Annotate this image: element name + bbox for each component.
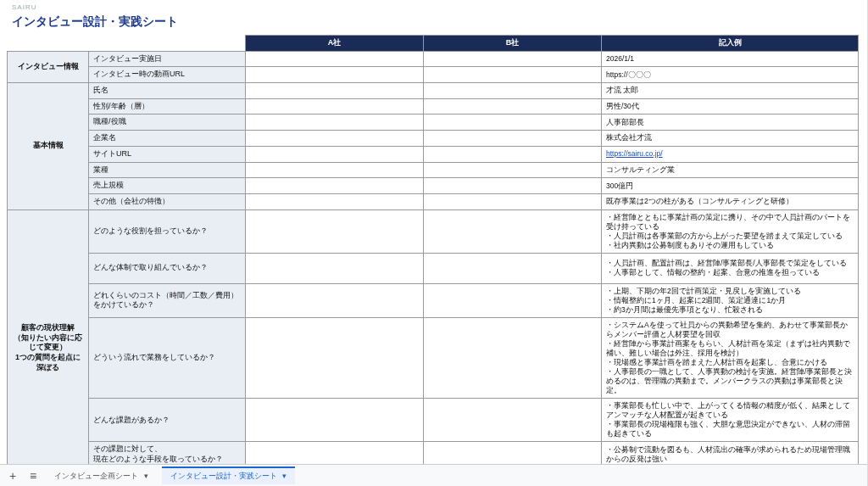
company-a-cell[interactable]	[246, 51, 424, 67]
col-header-b: B社	[424, 36, 602, 52]
example-cell[interactable]: 2026/1/1	[602, 51, 859, 67]
table-row: どういう流れで業務をしているか？システムAを使って社員からの異動希望を集約、あわ…	[8, 317, 859, 398]
table-row: 企業名株式会社才流	[8, 131, 859, 147]
table-row: 基本情報氏名才流 太郎	[8, 83, 859, 99]
company-b-cell[interactable]	[424, 209, 602, 253]
example-cell[interactable]: 男性/30代	[602, 98, 859, 115]
company-a-cell[interactable]	[246, 283, 424, 317]
tab-design[interactable]: インタビュー設計・実践シート ▾	[162, 466, 296, 484]
company-b-cell[interactable]	[424, 399, 602, 442]
example-cell[interactable]: https://sairu.co.jp/	[602, 146, 859, 162]
company-a-cell[interactable]	[246, 253, 424, 283]
example-cell[interactable]: 上期、下期の年2回で計画策定・見戻しを実施している情報整約に1ヶ月、起案に2週間…	[602, 283, 859, 317]
company-b-cell[interactable]	[424, 98, 602, 115]
company-b-cell[interactable]	[424, 83, 602, 99]
company-a-cell[interactable]	[246, 209, 424, 253]
table-row: どんな体制で取り組んでいるか？人員計画、配置計画は、経営陣/事業部長/人事部長で…	[8, 253, 859, 283]
question-cell[interactable]: 性別/年齢（層）	[89, 98, 246, 115]
company-b-cell[interactable]	[424, 131, 602, 147]
table-row: 性別/年齢（層）男性/30代	[8, 98, 859, 115]
company-b-cell[interactable]	[424, 146, 602, 162]
all-sheets-button[interactable]: ≡	[25, 468, 41, 483]
company-b-cell[interactable]	[424, 193, 602, 209]
example-cell[interactable]: 才流 太郎	[602, 83, 859, 99]
company-a-cell[interactable]	[246, 442, 424, 464]
question-cell[interactable]: サイトURL	[89, 146, 246, 162]
example-cell[interactable]: 既存事業は2つの柱がある（コンサルティングと研修）	[602, 193, 859, 209]
company-a-cell[interactable]	[246, 178, 424, 194]
company-a-cell[interactable]	[246, 83, 424, 99]
example-cell[interactable]: 株式会社才流	[602, 131, 859, 147]
table-row: インタビュー時の動画URLhttps://〇〇〇	[8, 67, 859, 83]
col-header-a: A社	[246, 36, 424, 52]
table-row: 職種/役職人事部部長	[8, 115, 859, 131]
company-b-cell[interactable]	[424, 115, 602, 131]
table-row: 業種コンサルティング業	[8, 162, 859, 178]
question-cell[interactable]: どんな体制で取り組んでいるか？	[89, 253, 246, 283]
table-row: その課題に対して、現在どのような手段を取っているか？公募制で流動を図るも、人材流…	[8, 442, 859, 464]
question-cell[interactable]: インタビュー実施日	[89, 51, 246, 67]
company-a-cell[interactable]	[246, 115, 424, 131]
company-a-cell[interactable]	[246, 131, 424, 147]
question-cell[interactable]: インタビュー時の動画URL	[89, 67, 246, 83]
example-cell[interactable]: 人事部部長	[602, 115, 859, 131]
example-cell[interactable]: コンサルティング業	[602, 162, 859, 178]
company-b-cell[interactable]	[424, 442, 602, 464]
question-cell[interactable]: 氏名	[89, 83, 246, 99]
question-cell[interactable]: 売上規模	[89, 178, 246, 194]
company-b-cell[interactable]	[424, 178, 602, 194]
site-url-link[interactable]: https://sairu.co.jp/	[606, 149, 663, 158]
example-cell[interactable]: 経営陣とともに事業計画の策定に携り、その中で人員計画のパートを受け持っている人員…	[602, 209, 859, 253]
example-cell[interactable]: 300億円	[602, 178, 859, 194]
company-b-cell[interactable]	[424, 162, 602, 178]
question-cell[interactable]: その他（会社の特徴）	[89, 193, 246, 209]
table-row: インタビュー情報インタビュー実施日2026/1/1	[8, 51, 859, 67]
company-a-cell[interactable]	[246, 146, 424, 162]
sheet-tabbar: + ≡ インタビュー企画シート ▾ インタビュー設計・実践シート ▾	[0, 464, 867, 486]
col-header-example: 記入例	[602, 36, 859, 52]
example-cell[interactable]: 公募制で流動を図るも、人材流出の確率が求められるため現場管理職からの反発は強い	[602, 442, 859, 464]
company-b-cell[interactable]	[424, 51, 602, 67]
sheet-content: SAIRU インタビュー設計・実践シート A社 B社 記入例 インタビュー情報イ…	[0, 0, 867, 464]
company-b-cell[interactable]	[424, 283, 602, 317]
header-blank	[8, 36, 246, 52]
question-cell[interactable]: どんな課題があるか？	[89, 399, 246, 442]
question-cell[interactable]: その課題に対して、現在どのような手段を取っているか？	[89, 442, 246, 464]
example-cell[interactable]: 事業部長も忙しい中で、上がってくる情報の精度が低く、結果としてアンマッチな人材配…	[602, 399, 859, 442]
company-b-cell[interactable]	[424, 317, 602, 398]
section-label: インタビュー情報	[8, 51, 89, 82]
company-a-cell[interactable]	[246, 193, 424, 209]
question-cell[interactable]: どのような役割を担っているか？	[89, 209, 246, 253]
company-a-cell[interactable]	[246, 399, 424, 442]
table-row: どんな課題があるか？事業部長も忙しい中で、上がってくる情報の精度が低く、結果とし…	[8, 399, 859, 442]
interview-table: A社 B社 記入例 インタビュー情報インタビュー実施日2026/1/1インタビュ…	[7, 35, 859, 464]
add-sheet-button[interactable]: +	[5, 468, 20, 483]
table-row: サイトURLhttps://sairu.co.jp/	[8, 146, 859, 162]
question-cell[interactable]: 職種/役職	[89, 115, 246, 131]
question-cell[interactable]: 業種	[89, 162, 246, 178]
company-a-cell[interactable]	[246, 98, 424, 115]
tab-plan-label: インタビュー企画シート	[54, 472, 138, 480]
chevron-down-icon: ▾	[282, 472, 287, 480]
tab-design-label: インタビュー設計・実践シート	[170, 472, 277, 480]
question-cell[interactable]: どういう流れで業務をしているか？	[89, 317, 246, 398]
company-a-cell[interactable]	[246, 162, 424, 178]
example-cell[interactable]: https://〇〇〇	[602, 67, 859, 83]
example-cell[interactable]: 人員計画、配置計画は、経営陣/事業部長/人事部長で策定をしている人事部として、情…	[602, 253, 859, 283]
chevron-down-icon: ▾	[144, 472, 148, 480]
table-row: どれくらいのコスト（時間／工数／費用）をかけているか？上期、下期の年2回で計画策…	[8, 283, 859, 317]
section-label: 顧客の現状理解（知りたい内容に応じて変更）1つの質問を起点に深ぼる	[8, 209, 89, 464]
tab-plan[interactable]: インタビュー企画シート ▾	[46, 466, 157, 484]
company-b-cell[interactable]	[424, 253, 602, 283]
question-cell[interactable]: どれくらいのコスト（時間／工数／費用）をかけているか？	[89, 283, 246, 317]
question-cell[interactable]: 企業名	[89, 131, 246, 147]
page-title: インタビュー設計・実践シート	[7, 11, 860, 35]
table-row: 顧客の現状理解（知りたい内容に応じて変更）1つの質問を起点に深ぼるどのような役割…	[8, 209, 859, 253]
example-cell[interactable]: システムAを使って社員からの異動希望を集約、あわせて事業部長からメンバー評価と人…	[602, 317, 859, 398]
company-a-cell[interactable]	[246, 67, 424, 83]
company-b-cell[interactable]	[424, 67, 602, 83]
company-a-cell[interactable]	[246, 317, 424, 398]
brand-label: SAIRU	[7, 3, 860, 11]
table-row: その他（会社の特徴）既存事業は2つの柱がある（コンサルティングと研修）	[8, 193, 859, 209]
table-row: 売上規模300億円	[8, 178, 859, 194]
